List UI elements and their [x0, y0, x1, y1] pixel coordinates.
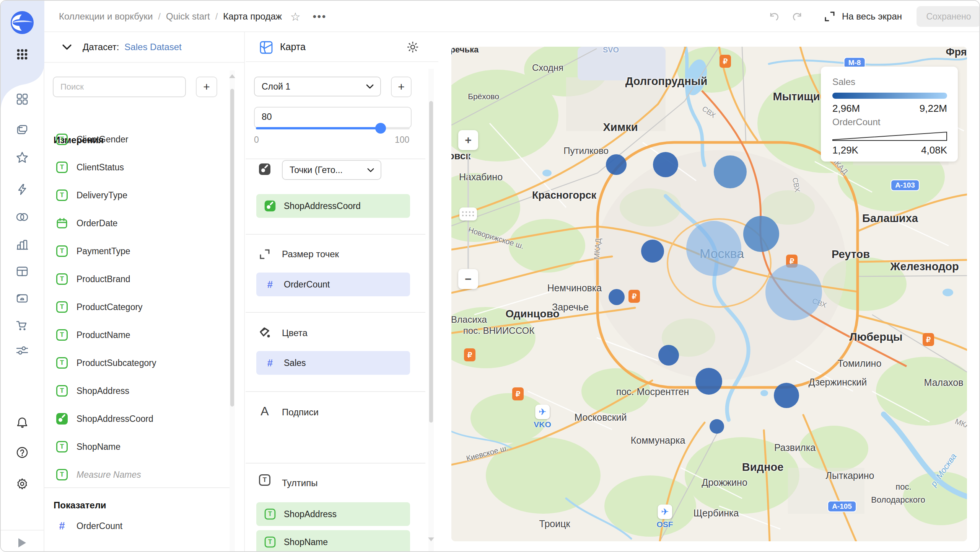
dataset-header[interactable]: Датасет: Sales Dataset	[44, 32, 244, 63]
geotype-select[interactable]: Точки (Гето...	[282, 160, 381, 180]
map-bubble[interactable]	[609, 289, 625, 305]
field-row[interactable]: TDeliveryType	[44, 183, 224, 207]
opacity-max: 100	[395, 135, 409, 145]
airport-code: OSF	[656, 520, 673, 529]
field-name: ShopName	[77, 442, 120, 452]
more-menu-icon[interactable]: •••	[313, 11, 327, 23]
circles-overlap-icon[interactable]	[15, 209, 30, 225]
map-bubble[interactable]	[774, 383, 799, 408]
map-bubble[interactable]	[686, 221, 741, 276]
undo-icon[interactable]	[765, 8, 782, 25]
field-row[interactable]: TMeasure Names	[44, 462, 224, 487]
fullscreen-label[interactable]: На весь экран	[842, 11, 902, 22]
field-row[interactable]: TProductSubcategory	[44, 351, 224, 375]
grid-squares-icon[interactable]	[15, 91, 30, 107]
sidebar-divider	[1, 530, 44, 531]
map-place-label: Люберцы	[849, 331, 902, 343]
map-bubble[interactable]	[606, 154, 627, 175]
opacity-value: 80	[262, 111, 272, 122]
map-bubble[interactable]	[710, 419, 724, 434]
zoom-slider-handle[interactable]	[459, 207, 477, 220]
rail-station-icon: ₽	[628, 290, 640, 303]
map-canvas[interactable]: речькаСходняБрёховоSVOДолгопрудныйМытищи…	[451, 47, 967, 541]
field-name: ShopAddress	[77, 386, 129, 396]
chart-panel-scrollbar[interactable]	[428, 69, 434, 551]
dataset-scrollbar[interactable]	[230, 70, 235, 551]
field-name: ShopAddressCoord	[77, 414, 153, 424]
map-bubble[interactable]	[695, 368, 722, 395]
field-row[interactable]: TClientGender	[44, 127, 224, 152]
map-place-label: пос.	[895, 482, 911, 492]
plane-icon: ✈	[658, 505, 672, 519]
map-place-label: Железнодор	[890, 260, 959, 273]
map-bubble[interactable]	[653, 152, 678, 177]
apps-grid-icon[interactable]	[15, 47, 30, 62]
field-row[interactable]: TShopName	[44, 434, 224, 459]
map-bubble[interactable]	[743, 216, 779, 252]
opacity-slider-knob[interactable]	[375, 123, 386, 134]
star-icon[interactable]	[15, 150, 30, 165]
bar-chart-icon[interactable]	[15, 237, 30, 252]
help-icon[interactable]	[15, 445, 30, 460]
breadcrumb-workbook[interactable]: Quick start	[166, 11, 210, 22]
folder-cloud-icon[interactable]	[15, 291, 30, 306]
layer-select[interactable]: Слой 1	[254, 77, 381, 96]
field-row[interactable]: TShopAddress	[44, 379, 224, 403]
datalens-logo[interactable]	[10, 11, 34, 34]
add-field-button[interactable]: +	[196, 77, 217, 97]
map-place-label: Видное	[742, 461, 784, 474]
field-name: ProductSubcategory	[77, 358, 156, 368]
colors-field-chip[interactable]: # Sales	[256, 351, 410, 375]
field-row[interactable]: ShopAddressCoord	[44, 407, 224, 431]
zoom-in-button[interactable]: +	[458, 130, 478, 150]
collections-icon[interactable]	[15, 122, 30, 137]
map-place-label: Сходня	[532, 62, 563, 73]
map-place-label: Троицк	[539, 518, 570, 529]
map-place-label: Путилково	[563, 145, 609, 156]
geopoints-field-chip[interactable]: ShopAddressCoord	[256, 194, 410, 218]
map-place-label: Малахов	[924, 377, 964, 388]
map-bubble[interactable]	[765, 264, 822, 320]
field-row[interactable]: OrderDate	[44, 211, 224, 235]
search-input[interactable]	[53, 77, 186, 97]
map-bubble[interactable]	[658, 345, 679, 366]
dataset-name-link[interactable]: Sales Dataset	[124, 42, 181, 52]
map-bubble[interactable]	[714, 155, 747, 188]
field-row[interactable]: TPaymentType	[44, 239, 224, 263]
point-size-field-chip[interactable]: # OrderCount	[256, 273, 410, 296]
cart-icon[interactable]	[15, 318, 30, 333]
tooltip-field-chip[interactable]: T ShopName	[256, 530, 410, 552]
opacity-input[interactable]: 80	[254, 107, 412, 128]
zoom-out-button[interactable]: −	[458, 269, 478, 289]
field-row[interactable]: TProductBrand	[44, 267, 224, 291]
save-button[interactable]: Сохранено	[917, 6, 980, 27]
table-grid-icon[interactable]	[15, 264, 30, 279]
breadcrumb-current: Карта продаж	[223, 11, 282, 22]
opacity-slider[interactable]	[256, 127, 410, 129]
gear-icon[interactable]	[406, 41, 419, 55]
rail-station-icon: ₽	[923, 333, 934, 346]
labels-icon: A	[258, 404, 272, 418]
chip-label: ShopAddressCoord	[284, 201, 361, 211]
settings-icon[interactable]	[15, 476, 30, 492]
lightning-icon[interactable]	[15, 182, 30, 197]
favorite-star-icon[interactable]: ☆	[290, 10, 301, 23]
dataset-label: Датасет:	[83, 42, 119, 52]
breadcrumb-collections[interactable]: Коллекции и воркбуки	[59, 11, 153, 22]
field-row[interactable]: TClientStatus	[44, 155, 224, 180]
map-bubble[interactable]	[641, 240, 664, 263]
redo-icon[interactable]	[789, 8, 806, 25]
bell-icon[interactable]	[15, 415, 30, 430]
fullscreen-icon[interactable]	[821, 8, 838, 25]
sidebar-expand-icon[interactable]	[18, 538, 26, 547]
map-place-label: Балашиха	[862, 212, 918, 225]
field-name: Measure Names	[77, 470, 141, 480]
add-layer-button[interactable]: +	[391, 77, 412, 97]
tooltip-field-chip[interactable]: T ShopAddress	[256, 502, 410, 526]
field-row[interactable]: TProductName	[44, 323, 224, 347]
sliders-icon[interactable]	[15, 343, 30, 358]
field-name: OrderCount	[77, 521, 122, 531]
field-row[interactable]: TProductCategory	[44, 295, 224, 319]
legend-sales-label: Sales	[832, 77, 947, 87]
field-row[interactable]: #OrderCount	[44, 514, 224, 538]
